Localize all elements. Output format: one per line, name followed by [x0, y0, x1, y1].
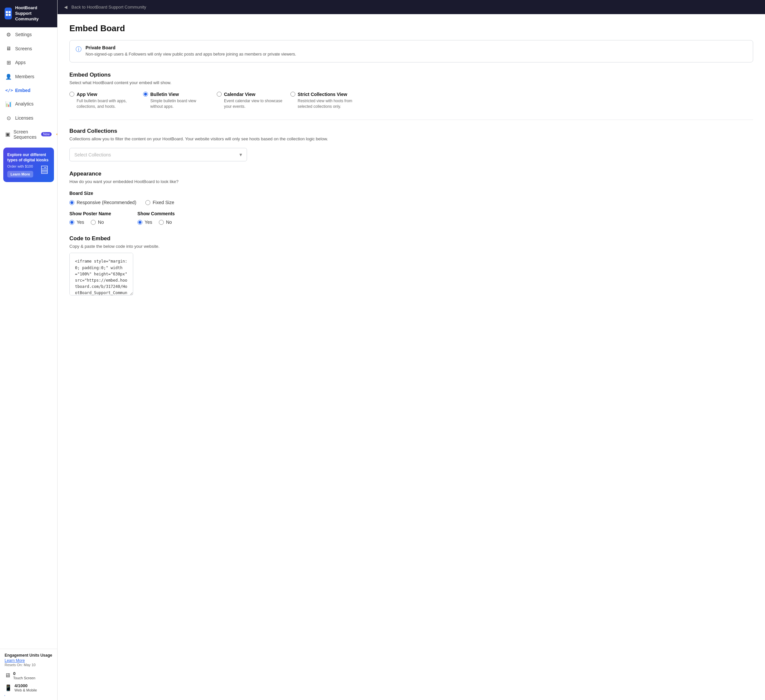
- kiosk-icon: 🖥: [38, 163, 51, 179]
- sidebar: HootBoard Support Community ⚙ Settings 🖥…: [0, 0, 58, 700]
- analytics-icon: 📊: [5, 101, 12, 107]
- info-icon: ⓘ: [76, 46, 82, 53]
- back-link[interactable]: Back to HootBoard Support Community: [71, 5, 146, 9]
- show-poster-name-label: Show Poster Name: [69, 211, 111, 216]
- radio-fixed[interactable]: [145, 200, 150, 205]
- new-badge: New: [41, 132, 52, 137]
- sidebar-item-screen-sequences[interactable]: ▣ Screen Sequences New ✦: [0, 125, 57, 144]
- bulletin-view-desc: Simple bulletin board view without apps.: [143, 98, 209, 110]
- fixed-size-option[interactable]: Fixed Size: [145, 200, 174, 205]
- main-area: ◀ Back to HootBoard Support Community Em…: [58, 0, 765, 700]
- option-bulletin-view: Bulletin View Simple bulletin board view…: [143, 92, 209, 110]
- members-icon: 👤: [5, 74, 12, 80]
- sidebar-footer: Engagement Units Usage Learn More Resets…: [0, 649, 57, 700]
- radio-calendar-view[interactable]: [217, 92, 222, 97]
- embed-options-grid: App View Full bulletin board with apps, …: [69, 92, 753, 110]
- embed-icon: </>: [5, 88, 12, 93]
- sidebar-nav: ⚙ Settings 🖥 Screens ⊞ Apps 👤 Members </…: [0, 28, 57, 144]
- private-board-title: Private Board: [85, 45, 296, 50]
- chevron-down-icon: ▾: [239, 152, 242, 158]
- promo-learn-more-button[interactable]: Learn More: [7, 171, 33, 177]
- radio-poster-yes[interactable]: [69, 220, 74, 225]
- show-poster-name-group: Show Poster Name Yes No: [69, 211, 111, 225]
- comments-yes-label: Yes: [145, 220, 152, 225]
- sidebar-item-screens[interactable]: 🖥 Screens: [0, 42, 57, 55]
- board-collections-title: Board Collections: [69, 128, 753, 134]
- responsive-label: Responsive (Recommended): [77, 200, 136, 205]
- usage-progress-bar: [5, 695, 5, 696]
- board-size-label: Board Size: [69, 191, 753, 196]
- sidebar-item-apps[interactable]: ⊞ Apps: [0, 55, 57, 70]
- radio-comments-no[interactable]: [159, 220, 164, 225]
- screen-sequences-icon: ▣: [5, 131, 10, 137]
- responsive-option[interactable]: Responsive (Recommended): [69, 200, 136, 205]
- show-comments-label: Show Comments: [137, 211, 175, 216]
- code-textarea[interactable]: [69, 253, 133, 295]
- promo-title: Explore our different types of digital k…: [7, 152, 50, 163]
- board-collections-section: Board Collections Collections allow you …: [69, 128, 753, 162]
- logo-text: HootBoard Support Community: [15, 5, 53, 22]
- fixed-label: Fixed Size: [153, 200, 174, 205]
- comments-no-option[interactable]: No: [159, 220, 172, 225]
- radio-responsive[interactable]: [69, 200, 74, 205]
- touch-screen-label: Touch Screen: [13, 676, 35, 680]
- sidebar-item-settings[interactable]: ⚙ Settings: [0, 28, 57, 42]
- poster-no-label: No: [98, 220, 104, 225]
- settings-icon: ⚙: [5, 31, 12, 38]
- show-comments-group: Show Comments Yes No: [137, 211, 175, 225]
- footer-title: Engagement Units Usage: [5, 653, 53, 658]
- option-strict-collections: Strict Collections View Restricted view …: [290, 92, 356, 110]
- comments-yes-option[interactable]: Yes: [137, 220, 152, 225]
- radio-strict-collections[interactable]: [290, 92, 295, 97]
- touch-screen-icon: 🖥: [5, 672, 11, 679]
- page-title: Embed Board: [69, 24, 753, 33]
- divider-1: [69, 119, 753, 120]
- embed-options-title: Embed Options: [69, 72, 753, 78]
- code-to-embed-title: Code to Embed: [69, 235, 753, 242]
- touch-screen-stat: 🖥 0 Touch Screen: [5, 669, 53, 681]
- private-board-desc: Non-signed-up users & Followers will onl…: [85, 51, 296, 58]
- poster-yes-label: Yes: [77, 220, 84, 225]
- appearance-section: Appearance How do you want your embedded…: [69, 171, 753, 225]
- comments-radios: Yes No: [137, 220, 175, 225]
- sidebar-item-licenses[interactable]: ⊙ Licenses: [0, 111, 57, 125]
- footer-resets: Resets On: May 10: [5, 663, 53, 667]
- bulletin-view-label: Bulletin View: [150, 92, 179, 97]
- sidebar-item-embed[interactable]: </> Embed: [0, 84, 57, 97]
- code-desc: Copy & paste the below code into your we…: [69, 244, 753, 249]
- web-mobile-stat: 📱 4/1000 Web & Mobile: [5, 681, 53, 694]
- radio-bulletin-view[interactable]: [143, 92, 148, 97]
- web-mobile-label: Web & Mobile: [14, 688, 37, 692]
- footer-learn-more[interactable]: Learn More: [5, 658, 25, 663]
- embed-options-desc: Select what HootBoard content your embed…: [69, 80, 753, 85]
- appearance-title: Appearance: [69, 171, 753, 177]
- screens-icon: 🖥: [5, 46, 12, 52]
- poster-yes-option[interactable]: Yes: [69, 220, 84, 225]
- strict-collections-label: Strict Collections View: [298, 92, 347, 97]
- sidebar-item-members[interactable]: 👤 Members: [0, 70, 57, 84]
- radio-poster-no[interactable]: [91, 220, 96, 225]
- appearance-desc: How do you want your embedded HootBoard …: [69, 179, 753, 184]
- sidebar-logo: HootBoard Support Community: [0, 0, 57, 28]
- back-arrow-icon: ◀: [64, 5, 68, 9]
- touch-screen-count: 0: [13, 671, 35, 676]
- radio-comments-yes[interactable]: [137, 220, 142, 225]
- radio-app-view[interactable]: [69, 92, 74, 97]
- sidebar-item-analytics[interactable]: 📊 Analytics: [0, 97, 57, 111]
- collections-dropdown[interactable]: Select Collections ▾: [69, 148, 247, 162]
- poster-no-option[interactable]: No: [91, 220, 104, 225]
- logo-icon: [5, 8, 12, 19]
- embed-options-section: Embed Options Select what HootBoard cont…: [69, 72, 753, 110]
- private-board-info: ⓘ Private Board Non-signed-up users & Fo…: [69, 40, 753, 63]
- calendar-view-label: Calendar View: [224, 92, 255, 97]
- poster-name-radios: Yes No: [69, 220, 111, 225]
- board-collections-desc: Collections allow you to filter the cont…: [69, 137, 753, 141]
- topbar: ◀ Back to HootBoard Support Community: [58, 0, 765, 14]
- licenses-icon: ⊙: [5, 115, 12, 121]
- content-area: Embed Board ⓘ Private Board Non-signed-u…: [58, 14, 765, 700]
- web-mobile-icon: 📱: [5, 684, 12, 691]
- apps-icon: ⊞: [5, 60, 12, 66]
- option-calendar-view: Calendar View Event calendar view to sho…: [217, 92, 283, 110]
- show-options-row: Show Poster Name Yes No Show Comments: [69, 211, 753, 225]
- promo-box: Explore our different types of digital k…: [3, 148, 54, 182]
